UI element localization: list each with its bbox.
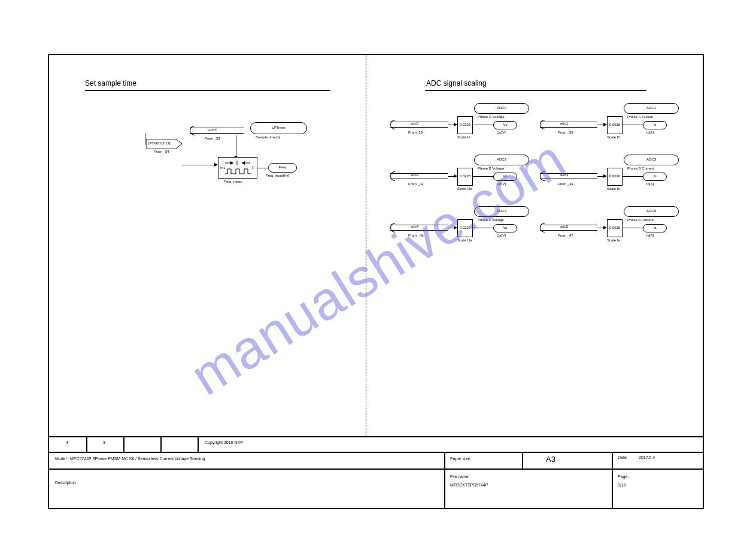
pill-lptimer-label: LPTimer	[251, 126, 306, 130]
adc2-bus-label: adc2	[411, 173, 418, 177]
adc4-bus-label: adc4	[411, 225, 418, 229]
titleblock-line-2	[49, 468, 703, 470]
freq-meas-name: Freq_meas	[224, 180, 242, 184]
adc1-bus-sub: From _39	[558, 131, 573, 135]
adc4-out-label: Va	[494, 226, 517, 230]
tb-r3-file: MTRCKTSPS5744P	[450, 483, 488, 487]
tb-r2-a3: A3	[546, 455, 555, 464]
right-underline	[425, 90, 646, 91]
adc3-gain-sub: Scale Ib	[607, 187, 620, 191]
tb-v2	[123, 436, 125, 452]
adc0-out-label: Vc	[494, 123, 517, 127]
adc2-bus: adc2	[390, 171, 448, 181]
tb-r3-left: Description :	[55, 480, 78, 485]
titleblock-line-mid	[49, 452, 703, 453]
adc4-src-pill: ADC4	[474, 206, 529, 217]
adc1-gain-sub: Scale IC	[607, 135, 621, 140]
adc1-out-sub: Ic[A]	[646, 131, 654, 135]
adc0-src-sub: Phase C Voltage	[478, 115, 505, 119]
h-arrow-into-freq	[182, 165, 215, 165]
adc1-bus-label: adc1	[560, 122, 568, 126]
tb-r3-file-lbl: File name:	[450, 474, 470, 479]
adc4-out-pill: Va	[493, 224, 517, 232]
bus-lptmr: Lptmr	[190, 126, 244, 135]
tb-v4	[198, 436, 199, 452]
adc4-src-sub: Phase A Voltage	[478, 218, 504, 222]
adc4-bus-sub: From _46	[408, 234, 424, 238]
adc3-src-pill: ADC3	[624, 155, 679, 165]
adc0-bus: adc0	[390, 120, 448, 129]
adc5-gain-sub: Scale Ia	[607, 238, 620, 243]
adc1-src-pill: ADC1	[624, 103, 679, 114]
adc0-bus-sub: From_38	[408, 131, 423, 135]
tb-r3-page: 9/16	[618, 483, 626, 487]
svg-marker-4	[242, 161, 245, 165]
tb-r1-c2: 3	[103, 440, 105, 445]
adc1-out-pill: Ic	[643, 121, 667, 129]
adc5-bus-label: adc5	[560, 225, 568, 229]
adc3-src-sub: Phase B Current	[627, 167, 654, 171]
adc0-out-pill: Vc	[493, 121, 517, 129]
adc4-gain: 0.0228	[457, 219, 473, 237]
pill-freq-out: Freq	[268, 163, 297, 173]
tb-v-right2	[522, 452, 523, 468]
adc0-gain-label: 0.0228	[458, 123, 472, 127]
adc1-gain: 0.0016	[607, 116, 623, 134]
adc0-gain: 0.0228	[457, 116, 473, 134]
adc0-src-pill: ADC0	[474, 103, 529, 114]
adc5-src-sub: Phase A Current	[627, 218, 654, 222]
adc3-bus: adc3	[540, 171, 597, 181]
adc2-bus-sub: From _42	[408, 182, 424, 186]
tb-v3	[160, 436, 162, 452]
adc5-out-pill: Ia	[643, 224, 667, 232]
adc2-out-line	[473, 176, 493, 177]
adc3-bus-sub: From _43	[558, 182, 573, 186]
tb-v-right1	[444, 452, 445, 508]
adc3-out-pill: Ib	[643, 173, 667, 181]
adc5-out-line	[623, 228, 643, 228]
adc5-src-label: ADC5	[624, 209, 678, 213]
adc3-out-label: Ib	[643, 174, 666, 179]
flag-tag: [FTM2:D2:13]	[146, 139, 182, 149]
adc0-out-sub: Uc[V]	[497, 131, 506, 135]
adc0-src-label: ADC0	[475, 106, 529, 110]
adc4-bus: adc4	[390, 223, 448, 232]
pill-freq-out-sub: Freq_input[Hz]	[266, 174, 289, 178]
tb-r1-c3: Copyright 2016 NXP	[205, 440, 243, 445]
adc1-bus: adc1	[540, 120, 597, 129]
adc3-src-label: ADC3	[624, 158, 678, 162]
adc3-out-line	[623, 176, 643, 177]
adc1-out-label: Ic	[643, 123, 666, 127]
adc2-src-sub: Phase B Voltage	[478, 167, 504, 171]
v-arrow-into-freq	[236, 135, 236, 157]
flag-label: [FTM2:D2:13]	[148, 141, 171, 146]
left-section-title: Set sample time	[85, 79, 136, 87]
adc4-out-sub: Ua[V]	[497, 234, 506, 238]
bus-lptmr-sub: From _53	[205, 137, 220, 141]
bus-lptmr-label: Lptmr	[208, 128, 217, 132]
tb-r2-date: 2017.5.4	[639, 455, 655, 460]
pulse-train-icon	[220, 159, 256, 176]
tb-v-right3	[612, 452, 613, 508]
freq-meas-block: In1 F	[218, 157, 257, 179]
adc5-bus-sub: From _47	[558, 234, 573, 238]
tb-r2-paper-lbl: Paper size:	[450, 457, 471, 461]
page: Set sample time [FTM2:D2:13] From _54 Lp…	[0, 0, 756, 535]
adc4-gain-sub: Scale Ua	[457, 238, 472, 243]
pill-freq-out-label: Freq	[269, 165, 296, 170]
adc2-out-label: Vb	[494, 174, 517, 179]
svg-marker-2	[230, 161, 233, 165]
adc5-bus: adc5	[540, 223, 597, 232]
adc2-src-pill: ADC2	[474, 155, 529, 165]
vertical-divider	[366, 55, 366, 436]
adc3-bus-label: adc3	[560, 173, 568, 177]
adc2-out-sub: Ub[V]	[497, 182, 506, 186]
adc0-out-line	[473, 125, 493, 125]
tb-r2-date-lbl: Date:	[618, 455, 628, 460]
adc5-gain: 0.0016	[607, 219, 623, 237]
adc4-gain-label: 0.0228	[458, 226, 472, 230]
pill-lptimer-sub: Sample time [s]	[256, 135, 280, 140]
adc5-out-sub: Ia[A]	[646, 234, 654, 238]
flag-sub: From _54	[154, 150, 169, 154]
adc0-gain-sub: Scale U	[457, 135, 470, 140]
